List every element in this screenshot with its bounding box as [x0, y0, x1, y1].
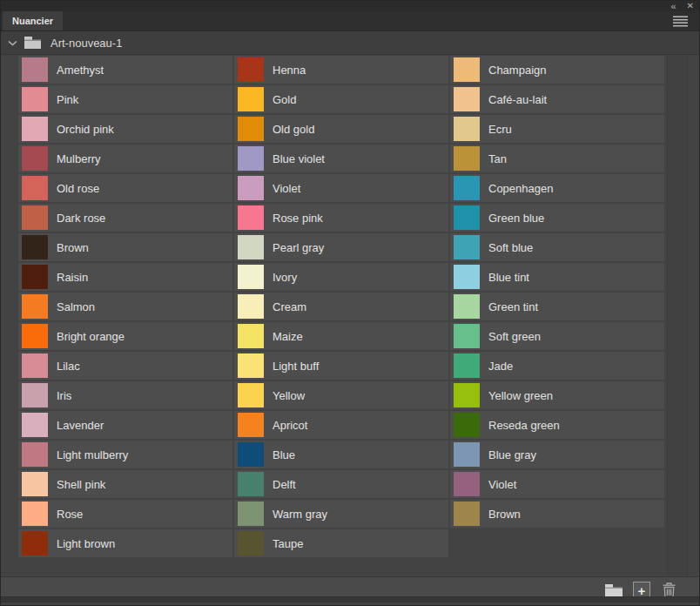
swatch-row[interactable]: Reseda green — [450, 411, 664, 439]
color-chip[interactable] — [238, 294, 264, 319]
swatch-row[interactable]: Blue — [234, 441, 448, 468]
color-chip[interactable] — [22, 265, 48, 289]
swatch-row[interactable]: Gold — [234, 85, 448, 113]
swatch-row[interactable]: Light buff — [234, 352, 448, 380]
color-chip[interactable] — [454, 442, 480, 467]
color-chip[interactable] — [238, 235, 264, 259]
color-chip[interactable] — [454, 354, 480, 378]
color-chip[interactable] — [22, 502, 48, 526]
color-chip[interactable] — [454, 205, 480, 230]
swatch-group-header[interactable]: Art-nouveau-1 — [1, 31, 699, 55]
swatch-row[interactable]: Dark rose — [18, 204, 232, 232]
chevron-down-icon[interactable] — [8, 40, 17, 46]
color-chip[interactable] — [238, 146, 264, 171]
swatch-row[interactable]: Blue tint — [450, 263, 664, 291]
swatch-row[interactable]: Old gold — [234, 115, 448, 143]
swatch-row[interactable]: Blue gray — [450, 441, 664, 468]
swatch-row[interactable]: Champaign — [450, 56, 664, 84]
color-chip[interactable] — [22, 413, 48, 437]
swatch-row[interactable]: Blue violet — [234, 145, 448, 172]
swatch-row[interactable]: Henna — [234, 56, 448, 84]
swatch-row[interactable]: Shell pink — [18, 470, 232, 498]
color-chip[interactable] — [454, 502, 480, 526]
color-chip[interactable] — [238, 531, 264, 556]
swatch-row[interactable]: Light brown — [18, 529, 232, 557]
swatch-row[interactable]: Violet — [450, 470, 664, 498]
color-chip[interactable] — [454, 146, 480, 171]
color-chip[interactable] — [238, 117, 264, 141]
color-chip[interactable] — [22, 146, 48, 171]
swatch-row[interactable]: Ivory — [234, 263, 448, 291]
close-panel-icon[interactable]: ✕ — [687, 1, 694, 11]
swatch-row[interactable]: Orchid pink — [18, 115, 232, 143]
color-chip[interactable] — [22, 294, 48, 319]
color-chip[interactable] — [454, 117, 480, 141]
swatch-row[interactable]: Warm gray — [234, 500, 448, 528]
color-chip[interactable] — [22, 57, 48, 82]
color-chip[interactable] — [454, 294, 480, 319]
swatch-row[interactable]: Lavender — [18, 411, 232, 439]
swatch-row[interactable]: Rose — [18, 500, 232, 528]
swatch-row[interactable]: Maize — [234, 322, 448, 350]
swatch-row[interactable]: Cream — [234, 293, 448, 320]
color-chip[interactable] — [454, 324, 480, 348]
color-chip[interactable] — [22, 383, 48, 407]
color-chip[interactable] — [238, 383, 264, 407]
swatch-row[interactable]: Old rose — [18, 174, 232, 202]
color-chip[interactable] — [22, 324, 48, 348]
swatch-row[interactable]: Violet — [234, 174, 448, 202]
swatch-row[interactable]: Tan — [450, 145, 664, 172]
color-chip[interactable] — [454, 87, 480, 111]
color-chip[interactable] — [238, 324, 264, 348]
swatch-row[interactable]: Pink — [18, 85, 232, 113]
color-chip[interactable] — [238, 87, 264, 111]
swatch-row[interactable]: Brown — [18, 233, 232, 261]
swatch-row[interactable]: Iris — [18, 381, 232, 409]
color-chip[interactable] — [238, 442, 264, 467]
color-chip[interactable] — [22, 87, 48, 111]
color-chip[interactable] — [454, 235, 480, 259]
swatch-row[interactable]: Bright orange — [18, 322, 232, 350]
swatch-row[interactable]: Apricot — [234, 411, 448, 439]
swatch-row[interactable]: Brown — [450, 500, 664, 528]
swatch-row[interactable]: Pearl gray — [234, 233, 448, 261]
swatch-row[interactable]: Jade — [450, 352, 664, 380]
color-chip[interactable] — [238, 354, 264, 378]
swatch-row[interactable]: Raisin — [18, 263, 232, 291]
swatch-row[interactable]: Café-au-lait — [450, 85, 664, 113]
color-chip[interactable] — [238, 205, 264, 230]
swatch-row[interactable]: Yellow — [234, 381, 448, 409]
color-chip[interactable] — [22, 117, 48, 141]
swatch-row[interactable]: Green tint — [450, 293, 664, 320]
color-chip[interactable] — [238, 57, 264, 82]
color-chip[interactable] — [454, 472, 480, 496]
swatch-row[interactable]: Taupe — [234, 529, 448, 557]
color-chip[interactable] — [22, 354, 48, 378]
color-chip[interactable] — [238, 502, 264, 526]
swatch-row[interactable]: Rose pink — [234, 204, 448, 232]
color-chip[interactable] — [238, 265, 264, 289]
color-chip[interactable] — [454, 265, 480, 289]
tab-nuancier[interactable]: Nuancier — [3, 11, 63, 30]
scrollbar-track[interactable] — [667, 55, 688, 576]
swatch-row[interactable]: Lilac — [18, 352, 232, 380]
color-chip[interactable] — [22, 442, 48, 467]
swatch-row[interactable]: Light mulberry — [18, 441, 232, 468]
color-chip[interactable] — [22, 531, 48, 556]
color-chip[interactable] — [454, 57, 480, 82]
collapse-panel-icon[interactable]: « — [670, 1, 676, 11]
swatch-row[interactable]: Copenhagen — [450, 174, 664, 202]
color-chip[interactable] — [454, 413, 480, 437]
swatch-row[interactable]: Amethyst — [18, 56, 232, 84]
color-chip[interactable] — [22, 176, 48, 200]
swatch-row[interactable]: Delft — [234, 470, 448, 498]
color-chip[interactable] — [22, 205, 48, 230]
swatch-row[interactable]: Soft green — [450, 322, 664, 350]
color-chip[interactable] — [22, 472, 48, 496]
color-chip[interactable] — [454, 383, 480, 407]
swatch-row[interactable]: Soft blue — [450, 233, 664, 261]
swatch-row[interactable]: Green blue — [450, 204, 664, 232]
color-chip[interactable] — [22, 235, 48, 259]
color-chip[interactable] — [238, 176, 264, 200]
color-chip[interactable] — [454, 176, 480, 200]
